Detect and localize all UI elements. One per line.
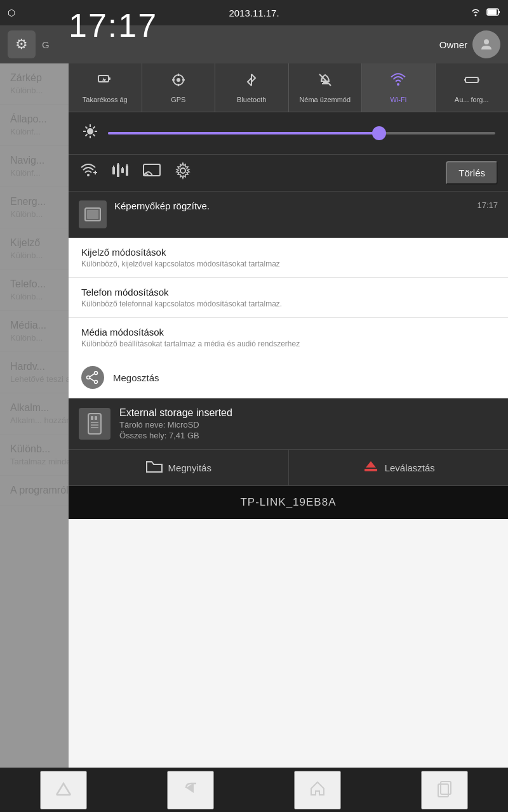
svg-rect-48: [91, 416, 93, 420]
ext-storage-top: External storage inserted Tároló neve: M…: [69, 398, 508, 449]
svg-rect-33: [126, 166, 128, 176]
svg-rect-49: [95, 416, 97, 420]
dropdown-list: Kijelző módosítások Különböző, kijelzőve…: [69, 238, 508, 357]
qs-takarekossag-label: Takarékoss ág: [83, 96, 128, 104]
dropdown-media-sub: Különböző beállításokat tartalmaz a médi…: [81, 339, 495, 348]
audio-settings-icon[interactable]: [110, 162, 130, 184]
dropdown-telefon-sub: Különböző telefonnal kapcsolatos módosít…: [81, 299, 495, 308]
nav-recent-button[interactable]: [421, 771, 468, 809]
dropdown-kijelzo-title: Kijelző módosítások: [81, 247, 495, 258]
ssid-name: TP-LINK_19EB8A: [240, 496, 336, 508]
qs-nema[interactable]: Néma üzemmód: [289, 63, 363, 112]
open-storage-label: Megnyitás: [168, 462, 211, 473]
clear-button[interactable]: Törlés: [446, 161, 498, 185]
app-title: G: [42, 39, 50, 50]
svg-rect-32: [121, 168, 124, 173]
svg-rect-14: [322, 83, 328, 84]
svg-rect-30: [112, 167, 115, 174]
svg-point-39: [180, 168, 185, 173]
bluetooth-icon: [243, 71, 260, 93]
svg-point-43: [95, 381, 98, 384]
folder-icon: [145, 458, 163, 477]
dropdown-kijelzo-sub: Különböző, kijelzővel kapcsolatos módosí…: [81, 259, 495, 268]
status-bar-left: ⬡: [8, 8, 15, 18]
ext-storage-title: External storage inserted: [119, 407, 498, 419]
brightness-thumb[interactable]: [372, 126, 386, 140]
time-display: 17:17: [69, 6, 157, 44]
ext-storage-actions: Megnyitás Leválasztás: [69, 449, 508, 485]
avatar[interactable]: [472, 30, 500, 58]
header-right: Owner: [439, 30, 500, 58]
ext-storage-info: External storage inserted Tároló neve: M…: [119, 407, 498, 440]
svg-line-45: [90, 374, 95, 377]
dropdown-telefon[interactable]: Telefon módosítások Különböző telefonnal…: [69, 278, 508, 318]
share-row[interactable]: Megosztás: [69, 357, 508, 398]
status-bar-right: [470, 8, 500, 18]
eject-icon: [362, 460, 380, 476]
svg-point-44: [87, 376, 90, 379]
svg-rect-2: [498, 11, 500, 13]
svg-point-18: [87, 128, 93, 134]
brightness-slider[interactable]: [108, 132, 495, 134]
svg-point-16: [397, 83, 399, 86]
ext-storage-name: Tároló neve: MicroSD: [119, 420, 498, 429]
qs-bluetooth-label: Bluetooth: [237, 96, 266, 104]
qs-gps-label: GPS: [171, 96, 185, 104]
svg-rect-47: [88, 414, 101, 434]
silent-icon: [316, 71, 334, 93]
nav-home-button[interactable]: [294, 771, 341, 809]
notification-panel: Takarékoss ág GPS Bluetooth: [69, 63, 508, 519]
screenshot-icon: [79, 200, 107, 228]
battery-save-icon: [96, 71, 114, 93]
svg-line-25: [86, 134, 88, 136]
screenshot-content: 17:17 Képernyőkép rögzítve.: [114, 200, 498, 211]
nav-bar: [0, 768, 508, 812]
nav-up-button[interactable]: [40, 771, 87, 809]
svg-line-23: [86, 127, 88, 129]
dropdown-media[interactable]: Média módosítások Különböző beállításoka…: [69, 318, 508, 357]
left-side-peek: [0, 63, 69, 768]
gear-icon: ⚙: [15, 36, 28, 53]
dropdown-kijelzo[interactable]: Kijelző módosítások Különböző, kijelzőve…: [69, 238, 508, 278]
qs-auto[interactable]: Au... forg...: [436, 63, 509, 112]
svg-rect-41: [87, 210, 98, 219]
qs-nema-label: Néma üzemmód: [299, 96, 351, 104]
screenshot-notification: 17:17 Képernyőkép rögzítve.: [69, 192, 508, 238]
svg-line-46: [90, 378, 95, 381]
external-storage-notification: External storage inserted Tároló neve: M…: [69, 398, 508, 486]
open-storage-button[interactable]: Megnyitás: [69, 450, 289, 485]
nav-back-button[interactable]: [167, 771, 214, 809]
screenshot-title: Képernyőkép rögzítve.: [114, 200, 498, 211]
brightness-row: [69, 112, 508, 155]
battery-status-icon: [486, 8, 500, 18]
dropdown-telefon-title: Telefon módosítások: [81, 287, 495, 298]
svg-rect-53: [364, 469, 377, 471]
svg-point-0: [475, 14, 477, 16]
qs-wifi[interactable]: Wi-Fi: [362, 63, 436, 112]
brightness-icon: [81, 122, 99, 144]
cast-icon[interactable]: [142, 163, 161, 183]
owner-label: Owner: [439, 39, 467, 50]
wifi-add-icon[interactable]: [79, 162, 98, 183]
quick-settings-row: Takarékoss ág GPS Bluetooth: [69, 63, 508, 112]
eject-storage-label: Leválasztás: [385, 462, 435, 473]
svg-rect-31: [117, 164, 119, 177]
dropdown-media-title: Média módosítások: [81, 327, 495, 337]
qs-gps[interactable]: GPS: [142, 63, 216, 112]
eject-storage-button[interactable]: Leválasztás: [289, 450, 509, 485]
svg-point-4: [484, 39, 489, 44]
qs-takarekossag[interactable]: Takarékoss ág: [69, 63, 142, 112]
app-icon: ⚙: [8, 30, 36, 58]
svg-rect-3: [488, 10, 497, 15]
storage-icon: [79, 408, 110, 440]
status-icon-left: ⬡: [8, 8, 15, 18]
screenshot-time: 17:17: [477, 200, 498, 210]
settings-icon[interactable]: [174, 162, 192, 184]
svg-rect-6: [109, 77, 110, 80]
qs-bluetooth[interactable]: Bluetooth: [215, 63, 289, 112]
share-icon: [81, 366, 104, 389]
brightness-fill: [108, 132, 379, 134]
svg-rect-17: [465, 77, 478, 82]
action-row: Törlés: [69, 155, 508, 192]
svg-point-12: [177, 78, 180, 82]
